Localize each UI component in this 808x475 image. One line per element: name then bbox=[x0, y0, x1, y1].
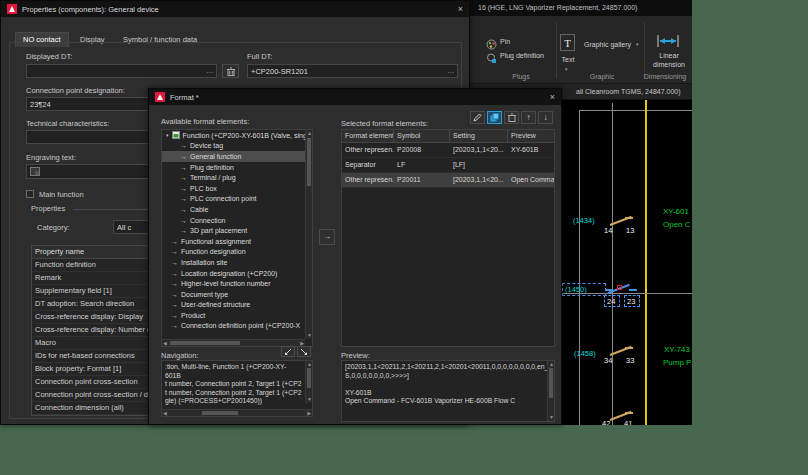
cross-reference-label[interactable]: (1458) bbox=[574, 349, 596, 358]
navigation-horizontal-scrollbar[interactable]: ◀ ▶ bbox=[162, 409, 312, 416]
table-row[interactable]: Connection point cross-section / di bbox=[32, 389, 149, 402]
tree-node[interactable]: →PLC box bbox=[162, 183, 312, 194]
technical-characteristics-input[interactable] bbox=[26, 130, 149, 144]
tree-horizontal-scrollbar[interactable]: ◀ ▶ bbox=[162, 339, 305, 346]
scroll-up-icon[interactable]: ▲ bbox=[307, 130, 312, 137]
scrollbar-thumb[interactable] bbox=[202, 411, 238, 415]
tree-node[interactable]: →Function designation bbox=[162, 247, 312, 258]
navigate-back-button[interactable] bbox=[281, 346, 295, 357]
tree-node[interactable]: →Terminal / plug bbox=[162, 172, 312, 183]
scrollbar-thumb[interactable] bbox=[307, 368, 311, 388]
tree-node[interactable]: →Functional assignment bbox=[162, 236, 312, 247]
table-row[interactable]: Block property: Format [1] bbox=[32, 363, 149, 376]
tree-node-function[interactable]: ▾ Function (+CP200-XY-601B (Valve, sing bbox=[162, 130, 312, 141]
available-elements-tree[interactable]: ▾ Function (+CP200-XY-601B (Valve, sing … bbox=[161, 129, 313, 347]
tree-node[interactable]: →Higher-level function number bbox=[162, 278, 312, 289]
device-function-label[interactable]: Pump P bbox=[663, 358, 691, 367]
tree-node[interactable]: →Cable bbox=[162, 204, 312, 215]
linear-dimension-button[interactable]: Linear bbox=[646, 52, 692, 59]
table-row[interactable]: Other represen... P20008 [20203,1,1<20..… bbox=[342, 143, 554, 158]
scroll-up-icon[interactable]: ▲ bbox=[307, 361, 312, 368]
full-dt-input[interactable]: +CP200-SR1201 bbox=[247, 64, 458, 78]
navigation-vertical-scrollbar[interactable]: ▲ ▼ bbox=[305, 361, 312, 403]
tree-node[interactable]: →3D part placement bbox=[162, 225, 312, 236]
displayed-dt-more-button[interactable]: … bbox=[206, 66, 214, 75]
category-dropdown[interactable]: All c bbox=[113, 220, 150, 234]
scroll-left-icon[interactable]: ◀ bbox=[163, 340, 167, 347]
properties-dialog-titlebar[interactable]: Properties (components): General device … bbox=[1, 1, 469, 17]
cross-reference-label[interactable]: (1434) bbox=[573, 216, 595, 225]
table-row-selected[interactable]: Other represen... P20011 [20203,1,1<20..… bbox=[342, 173, 554, 188]
table-row[interactable]: Supplementary field [1] bbox=[32, 285, 149, 298]
device-function-label[interactable]: Open C bbox=[663, 220, 691, 229]
table-row[interactable]: Cross-reference display: Number of bbox=[32, 324, 149, 337]
scroll-down-icon[interactable]: ▼ bbox=[307, 332, 312, 339]
document-tab[interactable]: all Cleanroom TGMS, 24847.000) bbox=[576, 88, 681, 95]
close-icon[interactable]: × bbox=[550, 93, 555, 102]
table-row[interactable]: DT adoption: Search direction bbox=[32, 298, 149, 311]
connection-point-input[interactable]: 23¶24 bbox=[26, 97, 149, 111]
move-down-button[interactable]: ↓ bbox=[538, 111, 553, 124]
table-row[interactable]: Connection point cross-section bbox=[32, 376, 149, 389]
scrollbar-thumb[interactable] bbox=[170, 341, 240, 345]
column-header[interactable]: Preview bbox=[508, 130, 554, 142]
tree-node[interactable]: →PLC connection point bbox=[162, 194, 312, 205]
table-row[interactable]: Connection dimension (all) bbox=[32, 402, 149, 415]
scroll-down-icon[interactable]: ▼ bbox=[307, 396, 312, 403]
edit-button[interactable] bbox=[470, 111, 485, 124]
tree-node[interactable]: →Installation site bbox=[162, 257, 312, 268]
table-row[interactable]: Macro bbox=[32, 337, 149, 350]
table-row[interactable]: Function definition bbox=[32, 259, 149, 272]
graphic-gallery-button[interactable]: Graphic gallery bbox=[584, 41, 631, 48]
scroll-down-icon[interactable]: ▼ bbox=[549, 414, 554, 421]
property-table-header[interactable]: Property name bbox=[32, 246, 149, 259]
add-element-button[interactable]: → bbox=[319, 229, 335, 245]
preview-textbox[interactable]: [20203,1,1<20211,2,1<20211,2,1<20201<200… bbox=[341, 360, 555, 422]
selection-handle[interactable] bbox=[617, 285, 622, 290]
scroll-left-icon[interactable]: ◀ bbox=[163, 410, 167, 417]
text-tool-button[interactable]: Text bbox=[558, 56, 578, 63]
delete-dt-button[interactable] bbox=[222, 64, 239, 78]
navigate-forward-button[interactable] bbox=[297, 346, 311, 357]
close-icon[interactable]: × bbox=[458, 5, 463, 14]
tree-node[interactable]: →Plug definition bbox=[162, 162, 312, 173]
scrollbar-thumb[interactable] bbox=[307, 138, 311, 186]
format-dialog-titlebar[interactable]: Format * × bbox=[149, 89, 561, 105]
table-row[interactable]: IDs for net-based connections bbox=[32, 350, 149, 363]
scroll-right-icon[interactable]: ▶ bbox=[307, 410, 311, 417]
plug-definition-button[interactable]: Plug definition bbox=[500, 52, 544, 59]
column-header[interactable]: Setting bbox=[450, 130, 508, 142]
column-header[interactable]: Symbol bbox=[394, 130, 450, 142]
tree-node[interactable]: →Location designation (+CP200) bbox=[162, 268, 312, 279]
tree-node[interactable]: →User-defined structure bbox=[162, 300, 312, 311]
column-header[interactable]: Format element bbox=[342, 130, 394, 142]
tree-node[interactable]: →Connection bbox=[162, 215, 312, 226]
tree-node[interactable]: →Document type bbox=[162, 289, 312, 300]
delete-button[interactable] bbox=[504, 111, 519, 124]
tree-node[interactable]: →Connection definition point (+CP200-X bbox=[162, 321, 312, 332]
full-dt-more-button[interactable]: … bbox=[447, 66, 455, 75]
scrollbar-thumb[interactable] bbox=[549, 368, 553, 398]
tree-vertical-scrollbar[interactable]: ▲ ▼ bbox=[305, 130, 312, 339]
schematic-canvas[interactable]: (1434) 14 13 XY-601 Open C (1450) 24 23 … bbox=[562, 100, 692, 425]
device-tag-label[interactable]: XY-743 bbox=[664, 345, 690, 354]
table-row[interactable]: Remark bbox=[32, 272, 149, 285]
table-row[interactable]: Cross-reference display: Display bbox=[32, 311, 149, 324]
main-function-checkbox[interactable] bbox=[26, 190, 34, 198]
selected-cross-reference[interactable]: (1450) bbox=[562, 283, 606, 296]
tree-node[interactable]: →Device tag bbox=[162, 141, 312, 152]
pin-button[interactable]: Pin bbox=[500, 38, 510, 45]
move-up-button[interactable]: ↑ bbox=[521, 111, 536, 124]
preview-vertical-scrollbar[interactable]: ▲ ▼ bbox=[547, 361, 554, 421]
table-row[interactable]: Separator LF [LF] bbox=[342, 158, 554, 173]
linear-dimension-button-line2[interactable]: dimension bbox=[646, 61, 692, 68]
tree-node-selected[interactable]: →General function bbox=[162, 151, 312, 162]
format-copy-button[interactable] bbox=[487, 111, 502, 124]
text-tool-icon[interactable]: T bbox=[560, 34, 575, 51]
displayed-dt-input[interactable] bbox=[26, 64, 217, 78]
device-tag-label[interactable]: XY-601 bbox=[663, 207, 689, 216]
engraving-text-input[interactable] bbox=[26, 164, 149, 179]
scroll-up-icon[interactable]: ▲ bbox=[549, 361, 554, 368]
expander-icon[interactable]: ▾ bbox=[166, 132, 169, 139]
tree-node[interactable]: →Product bbox=[162, 310, 312, 321]
